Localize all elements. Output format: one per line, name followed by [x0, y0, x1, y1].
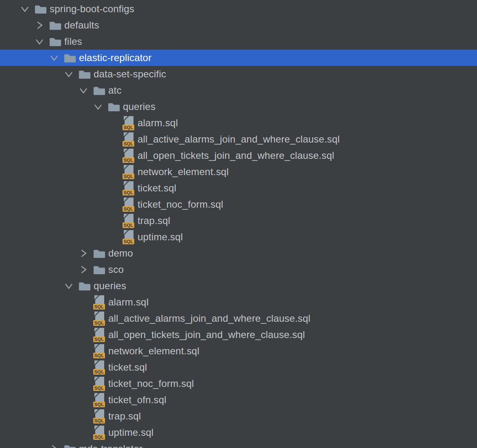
- folder-icon: [108, 101, 120, 112]
- row-label: uptime.sql: [108, 424, 153, 441]
- tree-row-folder[interactable]: SQL spring-boot-configs: [0, 1, 477, 17]
- row-label: ticket.sql: [108, 359, 147, 376]
- row-label: ticket.sql: [138, 180, 176, 196]
- row-label: all_open_tickets_join_and_where_clause.s…: [138, 147, 334, 164]
- folder-icon: [79, 281, 91, 291]
- folder-icon: [35, 4, 47, 14]
- tree-row-file[interactable]: SQL all_active_alarms_join_and_where_cla…: [0, 310, 477, 327]
- row-label: atc: [108, 82, 122, 99]
- tree-row-file[interactable]: SQL network_element.sql: [0, 343, 477, 359]
- svg-text:SQL: SQL: [124, 158, 133, 163]
- row-label: elastic-replicator: [79, 50, 151, 66]
- folder-icon: [64, 444, 76, 448]
- tree-row-file[interactable]: SQL ticket.sql: [0, 359, 477, 376]
- chevron-right-icon[interactable]: [35, 20, 44, 30]
- project-tree: SQL spring-boot-configs SQL defaults: [0, 0, 477, 448]
- row-label: ticket_ofn.sql: [108, 392, 166, 408]
- row-label: trap.sql: [108, 408, 141, 424]
- folder-icon: [93, 248, 105, 259]
- tree-row-file[interactable]: SQL trap.sql: [0, 213, 477, 229]
- row-label: all_open_tickets_join_and_where_clause.s…: [108, 327, 305, 343]
- tree-row-file[interactable]: SQL ticket_ofn.sql: [0, 392, 477, 408]
- svg-text:SQL: SQL: [94, 402, 104, 407]
- sql-file-icon: SQL: [123, 229, 135, 245]
- row-label: uptime.sql: [138, 229, 183, 245]
- svg-text:SQL: SQL: [124, 125, 133, 130]
- row-label: all_active_alarms_join_and_where_clause.…: [138, 131, 340, 147]
- sql-file-icon: SQL: [123, 164, 135, 180]
- svg-text:SQL: SQL: [124, 141, 133, 146]
- chevron-down-icon[interactable]: [35, 37, 44, 46]
- sql-file-icon: SQL: [123, 197, 135, 212]
- row-label: mds-translator: [79, 441, 142, 448]
- tree-row-file[interactable]: SQL all_open_tickets_join_and_where_clau…: [0, 327, 477, 343]
- tree-row-folder[interactable]: SQL data-set-specific: [0, 66, 477, 82]
- sql-file-icon: SQL: [93, 408, 105, 424]
- tree-row-folder[interactable]: SQL mds-translator: [0, 441, 477, 448]
- svg-text:SQL: SQL: [94, 321, 104, 325]
- chevron-down-icon[interactable]: [64, 281, 74, 291]
- svg-text:SQL: SQL: [94, 418, 104, 423]
- folder-icon: [79, 69, 91, 79]
- svg-text:SQL: SQL: [124, 223, 133, 228]
- svg-text:SQL: SQL: [94, 353, 104, 358]
- sql-file-icon: SQL: [123, 132, 135, 147]
- svg-text:SQL: SQL: [124, 190, 133, 195]
- tree-row-file[interactable]: SQL ticket_noc_form.sql: [0, 196, 477, 213]
- tree-row-file[interactable]: SQL alarm.sql: [0, 294, 477, 310]
- folder-icon: [93, 264, 105, 275]
- tree-row-folder[interactable]: SQL atc: [0, 82, 477, 99]
- sql-file-icon: SQL: [93, 327, 105, 343]
- tree-row-file[interactable]: SQL all_open_tickets_join_and_where_clau…: [0, 147, 477, 164]
- row-label: ticket_noc_form.sql: [138, 196, 223, 213]
- sql-file-icon: SQL: [123, 148, 135, 163]
- sql-file-icon: SQL: [123, 115, 135, 131]
- sql-file-icon: SQL: [93, 392, 105, 408]
- chevron-right-icon[interactable]: [79, 248, 88, 258]
- tree-row-folder[interactable]: SQL elastic-replicator: [0, 50, 477, 66]
- chevron-right-icon[interactable]: [79, 265, 88, 275]
- tree-row-file[interactable]: SQL alarm.sql: [0, 115, 477, 131]
- chevron-down-icon[interactable]: [64, 69, 74, 79]
- svg-text:SQL: SQL: [124, 174, 133, 179]
- chevron-right-icon[interactable]: [49, 444, 59, 448]
- tree-row-file[interactable]: SQL uptime.sql: [0, 424, 477, 441]
- tree-row-file[interactable]: SQL uptime.sql: [0, 229, 477, 245]
- tree-row-folder[interactable]: SQL files: [0, 33, 477, 50]
- row-label: spring-boot-configs: [50, 1, 134, 17]
- row-label: network_element.sql: [138, 164, 229, 180]
- folder-icon: [93, 85, 105, 96]
- svg-text:SQL: SQL: [94, 337, 104, 342]
- tree-row-folder[interactable]: SQL defaults: [0, 17, 477, 33]
- row-label: alarm.sql: [138, 115, 178, 131]
- sql-file-icon: SQL: [93, 376, 105, 391]
- tree-row-folder[interactable]: SQL queries: [0, 99, 477, 115]
- tree-row-file[interactable]: SQL trap.sql: [0, 408, 477, 424]
- tree-row-folder[interactable]: SQL sco: [0, 261, 477, 278]
- sql-file-icon: SQL: [123, 180, 135, 196]
- sql-file-icon: SQL: [93, 360, 105, 375]
- tree-row-folder[interactable]: SQL demo: [0, 245, 477, 261]
- chevron-down-icon[interactable]: [79, 86, 88, 95]
- tree-row-file[interactable]: SQL network_element.sql: [0, 164, 477, 180]
- tree-row-file[interactable]: SQL ticket_noc_form.sql: [0, 376, 477, 392]
- row-label: trap.sql: [138, 213, 170, 229]
- sql-file-icon: SQL: [93, 294, 105, 310]
- folder-icon: [64, 53, 76, 63]
- row-label: defaults: [64, 17, 99, 33]
- svg-text:SQL: SQL: [124, 239, 133, 244]
- sql-file-icon: SQL: [123, 213, 135, 228]
- tree-row-file[interactable]: SQL all_active_alarms_join_and_where_cla…: [0, 131, 477, 147]
- row-label: sco: [108, 261, 124, 278]
- chevron-down-icon[interactable]: [93, 102, 103, 112]
- tree-row-folder[interactable]: SQL queries: [0, 278, 477, 294]
- tree-row-file[interactable]: SQL ticket.sql: [0, 180, 477, 196]
- row-label: queries: [94, 278, 126, 294]
- row-label: demo: [108, 245, 133, 261]
- svg-text:SQL: SQL: [94, 435, 104, 439]
- chevron-down-icon[interactable]: [20, 4, 30, 14]
- chevron-down-icon[interactable]: [49, 53, 59, 63]
- svg-text:SQL: SQL: [94, 304, 104, 309]
- sql-file-icon: SQL: [93, 425, 105, 440]
- row-label: alarm.sql: [108, 294, 149, 310]
